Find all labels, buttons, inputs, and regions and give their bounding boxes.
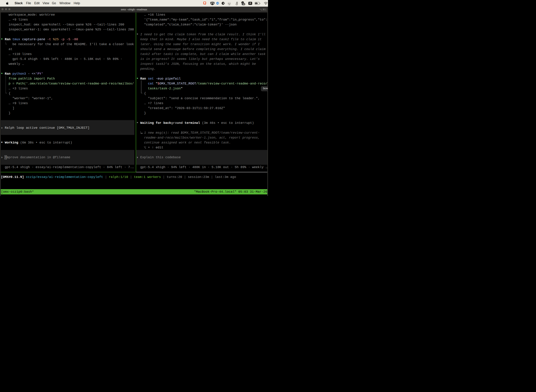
svg-text:..61: ..61 bbox=[242, 3, 245, 5]
